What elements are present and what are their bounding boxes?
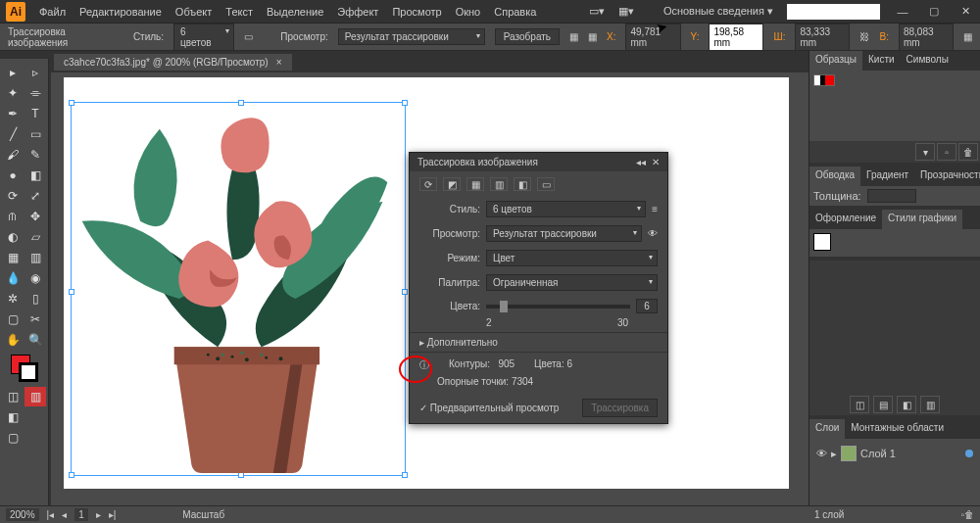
artboard-tool[interactable]: ▢ <box>2 309 24 329</box>
tab-layers[interactable]: Слои <box>809 419 845 439</box>
collapse-icon[interactable]: ◂◂ <box>636 157 646 167</box>
style-dropdown[interactable]: 6 цветов <box>173 24 234 51</box>
align-icon[interactable]: ▦ <box>569 31 578 42</box>
y-field[interactable]: 198,58 mm <box>709 24 763 51</box>
width-tool[interactable]: ⫙ <box>2 207 24 226</box>
panel-icon-3[interactable]: ◧ <box>897 396 916 413</box>
blend-tool[interactable]: ◉ <box>24 268 46 288</box>
colors-value[interactable]: 6 <box>636 299 658 313</box>
slice-tool[interactable]: ✂ <box>24 309 46 329</box>
zoom-select[interactable]: 200% <box>6 508 39 521</box>
tab-artboards[interactable]: Монтажные области <box>845 419 950 439</box>
x-field[interactable]: 49,781 mm <box>625 24 680 51</box>
preset-auto-icon[interactable]: ⟳ <box>419 177 437 191</box>
scale-tool[interactable]: ⤢ <box>24 186 46 206</box>
mesh-tool[interactable]: ▦ <box>2 248 24 267</box>
page-field[interactable]: 1 <box>74 508 88 521</box>
delete-layer-icon[interactable]: 🗑 <box>964 509 974 520</box>
h-field[interactable]: 88,083 mm <box>899 24 954 51</box>
tab-transparency[interactable]: Прозрачность <box>914 166 980 186</box>
trace-mode-dropdown[interactable]: Цвет <box>486 250 658 266</box>
visibility-icon[interactable]: 👁 <box>816 448 827 459</box>
tab-stroke[interactable]: Обводка <box>809 166 860 186</box>
arrange-docs-icon[interactable]: ▦▾ <box>618 5 634 18</box>
draw-mode-icon[interactable]: ◧ <box>2 407 24 427</box>
maximize-icon[interactable]: ▢ <box>925 5 943 19</box>
menu-select[interactable]: Выделение <box>267 6 323 18</box>
preset-gray-icon[interactable]: ▥ <box>490 177 508 191</box>
doc-layout-icon[interactable]: ▭▾ <box>589 5 605 18</box>
tab-gradient[interactable]: Градиент <box>860 166 914 186</box>
preset-photo-icon[interactable]: ◩ <box>443 177 461 191</box>
menu-edit[interactable]: Редактирование <box>79 6 162 18</box>
free-transform-tool[interactable]: ✥ <box>24 207 46 226</box>
selection-tool[interactable]: ▸ <box>2 63 24 82</box>
perspective-tool[interactable]: ▱ <box>24 227 46 247</box>
menu-text[interactable]: Текст <box>225 6 253 18</box>
panel-icon-1[interactable]: ◫ <box>850 396 869 413</box>
tab-graphic-styles[interactable]: Стили графики <box>882 210 962 229</box>
graphic-style-thumb[interactable] <box>813 233 831 251</box>
link-wh-icon[interactable]: ⛓ <box>859 31 869 42</box>
menu-view[interactable]: Просмотр <box>392 6 441 18</box>
preset-low-icon[interactable]: ▦ <box>466 177 484 191</box>
panel-icon-2[interactable]: ▤ <box>873 396 893 413</box>
zoom-tool[interactable]: 🔍 <box>24 330 46 350</box>
rotate-tool[interactable]: ⟳ <box>2 186 24 206</box>
symbol-sprayer-tool[interactable]: ✲ <box>2 289 24 309</box>
transform-icon[interactable]: ▦ <box>588 31 597 42</box>
eye-icon[interactable]: 👁 <box>648 228 658 239</box>
view-dropdown[interactable]: Результат трассировки <box>338 28 485 45</box>
preset-bw-icon[interactable]: ◧ <box>514 177 531 191</box>
menu-effect[interactable]: Эффект <box>337 6 378 18</box>
close-tab-icon[interactable]: × <box>276 57 282 68</box>
thickness-field[interactable] <box>867 189 916 203</box>
expand-button[interactable]: Разобрать <box>495 28 560 45</box>
constrain-icon[interactable]: ▦ <box>963 31 972 42</box>
magic-wand-tool[interactable]: ✦ <box>2 83 24 103</box>
paintbrush-tool[interactable]: 🖌 <box>2 145 24 165</box>
menu-window[interactable]: Окно <box>456 6 481 18</box>
page-nav-prev[interactable]: ◂ <box>62 509 67 520</box>
page-nav-last[interactable]: ▸| <box>109 509 117 520</box>
trace-button[interactable]: Трассировка <box>582 399 658 417</box>
save-preset-icon[interactable]: ≡ <box>652 204 658 214</box>
screen-mode-icon[interactable]: ▢ <box>2 428 24 448</box>
swatch-strip[interactable] <box>813 74 835 86</box>
tab-brushes[interactable]: Кисти <box>862 51 901 71</box>
advanced-toggle[interactable]: ▸ Дополнительно <box>410 332 667 353</box>
menu-object[interactable]: Объект <box>175 6 212 18</box>
fill-stroke-control[interactable] <box>11 355 38 382</box>
preset-outline-icon[interactable]: ▭ <box>537 177 555 191</box>
close-icon[interactable]: ✕ <box>956 5 974 19</box>
w-field[interactable]: 83,333 mm <box>795 24 850 51</box>
tab-appearance[interactable]: Оформление <box>809 210 882 229</box>
panel-icon-4[interactable]: ▥ <box>920 396 940 413</box>
layer-row[interactable]: 👁 ▸ Слой 1 <box>813 443 976 464</box>
pencil-tool[interactable]: ✎ <box>24 145 46 165</box>
workspace-switcher[interactable]: Основные сведения ▾ <box>663 5 773 18</box>
lasso-tool[interactable]: ⌯ <box>24 83 46 103</box>
page-nav-first[interactable]: |◂ <box>47 509 55 520</box>
rectangle-tool[interactable]: ▭ <box>24 124 46 144</box>
eyedropper-tool[interactable]: 💧 <box>2 268 24 288</box>
swatch-menu-icon[interactable]: ▾ <box>915 143 935 161</box>
document-tab[interactable]: c3ahce70c3fa3.jpg* @ 200% (RGB/Просмотр)… <box>54 54 292 71</box>
direct-selection-tool[interactable]: ▹ <box>24 63 46 82</box>
layer-target-icon[interactable] <box>965 450 973 457</box>
gradient-tool[interactable]: ▥ <box>24 248 46 267</box>
eraser-tool[interactable]: ◧ <box>24 166 46 185</box>
pen-tool[interactable]: ✒ <box>2 104 24 123</box>
trace-mask-icon[interactable]: ▭ <box>244 31 253 42</box>
menu-help[interactable]: Справка <box>494 6 536 18</box>
tab-symbols[interactable]: Символы <box>901 51 955 71</box>
new-swatch-icon[interactable]: ▫ <box>937 143 956 161</box>
type-tool[interactable]: T <box>24 104 46 123</box>
colors-slider[interactable] <box>486 305 630 309</box>
layer-name[interactable]: Слой 1 <box>860 448 896 459</box>
graph-tool[interactable]: ▯ <box>24 289 46 309</box>
trace-palette-dropdown[interactable]: Ограниченная <box>486 274 658 291</box>
shape-builder-tool[interactable]: ◐ <box>2 227 24 247</box>
color-mode-icon[interactable]: ◫ <box>2 387 24 406</box>
line-tool[interactable]: ╱ <box>2 124 24 144</box>
